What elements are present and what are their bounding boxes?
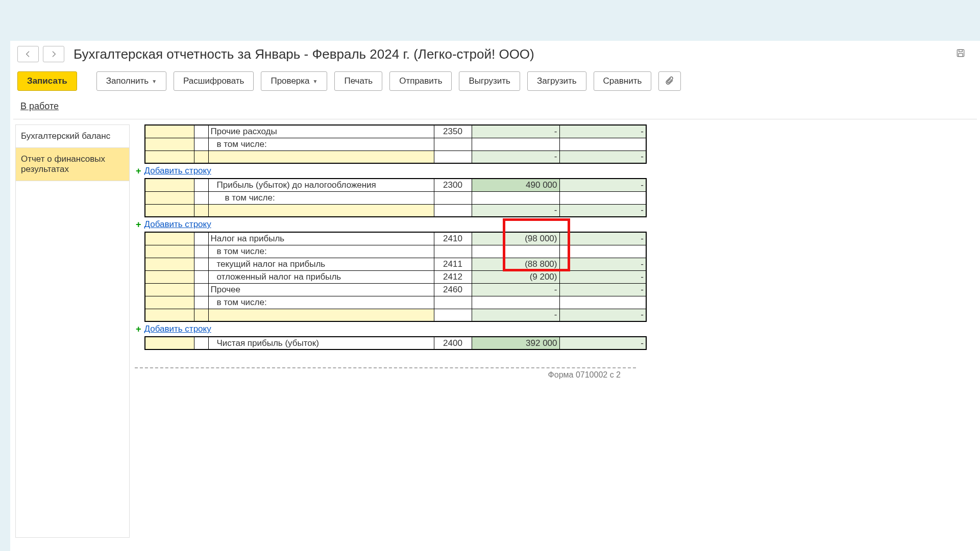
row-label: в том числе: — [208, 245, 434, 258]
table-row: Чистая прибыль (убыток)2400392 000- — [135, 337, 646, 349]
row-label: Налог на прибыль — [208, 232, 434, 245]
footer-form-id: Форма 0710002 с 2 — [135, 368, 636, 380]
sidebar-item-balance[interactable]: Бухгалтерский баланс — [16, 125, 129, 148]
row-code: 2410 — [434, 232, 472, 245]
row-label: в том числе: — [208, 296, 434, 309]
title-bar: Бухгалтерская отчетность за Январь - Фев… — [10, 41, 980, 66]
table-row: текущий налог на прибыль2411(88 800)- — [135, 258, 646, 270]
cell-value[interactable] — [559, 245, 646, 258]
table-row: в том числе: — [135, 191, 646, 204]
cell-value[interactable]: - — [559, 125, 646, 138]
cell-value[interactable]: (9 200) — [472, 270, 559, 283]
cell-value[interactable]: (98 000) — [472, 232, 559, 245]
row-label: в том числе: — [208, 138, 434, 151]
cell-value[interactable]: - — [559, 283, 646, 296]
cell-value[interactable]: - — [559, 204, 646, 217]
row-label: отложенный налог на прибыль — [208, 270, 434, 283]
nav-back-button[interactable] — [17, 46, 39, 62]
row-label: Прибыль (убыток) до налогообложения — [208, 179, 434, 191]
cell-value[interactable]: - — [559, 270, 646, 283]
save-button[interactable]: Записать — [17, 71, 77, 91]
cell-value[interactable]: - — [472, 151, 559, 163]
cell-value[interactable]: - — [559, 232, 646, 245]
cell-value[interactable]: - — [472, 204, 559, 217]
row-label: Прочие расходы — [208, 125, 434, 138]
row-code — [434, 138, 472, 151]
row-code: 2412 — [434, 270, 472, 283]
table-row: -- — [135, 151, 646, 163]
status-bar: В работе — [13, 98, 977, 119]
sidebar-item-finresults[interactable]: Отчет о финансовых результатах — [16, 148, 129, 181]
fill-button[interactable]: Заполнить▼ — [96, 71, 166, 91]
cell-value[interactable]: - — [559, 179, 646, 191]
table-row: Налог на прибыль2410(98 000)- — [135, 232, 646, 245]
cell-value[interactable] — [559, 191, 646, 204]
sidebar: Бухгалтерский баланс Отчет о финансовых … — [15, 124, 130, 538]
svg-rect-1 — [959, 49, 963, 52]
page-title: Бухгалтерская отчетность за Январь - Фев… — [74, 46, 534, 62]
row-label[interactable] — [208, 204, 434, 217]
save-icon[interactable] — [955, 48, 966, 61]
cell-value[interactable]: - — [472, 309, 559, 321]
import-button[interactable]: Загрузить — [527, 71, 586, 91]
table-row: в том числе: — [135, 138, 646, 151]
toolbar: Записать Заполнить▼ Расшифровать Проверк… — [10, 66, 980, 98]
cell-value[interactable]: - — [559, 258, 646, 270]
plus-icon: + — [136, 325, 141, 333]
cell-value[interactable] — [472, 296, 559, 309]
status-link[interactable]: В работе — [20, 101, 59, 111]
table-row: Прибыль (убыток) до налогообложения23004… — [135, 179, 646, 191]
row-code: 2300 — [434, 179, 472, 191]
plus-icon: + — [136, 167, 141, 174]
table-row: отложенный налог на прибыль2412(9 200)- — [135, 270, 646, 283]
print-button[interactable]: Печать — [334, 71, 382, 91]
cell-value[interactable]: - — [472, 125, 559, 138]
row-code — [434, 191, 472, 204]
check-button[interactable]: Проверка▼ — [261, 71, 327, 91]
decode-button[interactable]: Расшифровать — [174, 71, 254, 91]
table-block: Налог на прибыль2410(98 000)-в том числе… — [135, 232, 647, 322]
table-row: в том числе: — [135, 296, 646, 309]
report-grid: Прочие расходы2350--в том числе:--+Добав… — [135, 119, 980, 543]
cell-value[interactable] — [559, 138, 646, 151]
plus-icon: + — [136, 221, 141, 228]
cell-value[interactable] — [559, 296, 646, 309]
cell-value[interactable]: - — [559, 337, 646, 349]
cell-value[interactable] — [472, 138, 559, 151]
table-block: Прибыль (убыток) до налогообложения23004… — [135, 178, 647, 217]
cell-value[interactable]: 392 000 — [472, 337, 559, 349]
table-row: в том числе: — [135, 245, 646, 258]
row-code — [434, 296, 472, 309]
svg-rect-2 — [959, 53, 963, 56]
row-code: 2411 — [434, 258, 472, 270]
add-row-link[interactable]: +Добавить строку — [135, 322, 980, 336]
chevron-down-icon: ▼ — [152, 79, 157, 84]
row-label: Чистая прибыль (убыток) — [208, 337, 434, 349]
export-button[interactable]: Выгрузить — [459, 71, 520, 91]
row-label[interactable] — [208, 309, 434, 321]
add-row-link[interactable]: +Добавить строку — [135, 164, 980, 178]
row-label: в том числе: — [208, 191, 434, 204]
table-row: -- — [135, 309, 646, 321]
row-code: 2400 — [434, 337, 472, 349]
cell-value[interactable]: - — [559, 151, 646, 163]
row-label[interactable] — [208, 151, 434, 163]
cell-value[interactable]: 490 000 — [472, 179, 559, 191]
row-label: текущий налог на прибыль — [208, 258, 434, 270]
cell-value[interactable] — [472, 191, 559, 204]
table-row: Прочее2460-- — [135, 283, 646, 296]
cell-value[interactable]: - — [559, 309, 646, 321]
add-row-link[interactable]: +Добавить строку — [135, 217, 980, 232]
cell-value[interactable] — [472, 245, 559, 258]
send-button[interactable]: Отправить — [389, 71, 452, 91]
cell-value[interactable]: - — [472, 283, 559, 296]
table-block: Чистая прибыль (убыток)2400392 000- — [135, 336, 647, 350]
table-row: -- — [135, 204, 646, 217]
compare-button[interactable]: Сравнить — [594, 71, 652, 91]
row-code: 2460 — [434, 283, 472, 296]
nav-forward-button[interactable] — [43, 46, 64, 62]
row-label: Прочее — [208, 283, 434, 296]
attach-button[interactable] — [658, 71, 681, 91]
table-block: Прочие расходы2350--в том числе:-- — [135, 124, 647, 164]
cell-value[interactable]: (88 800) — [472, 258, 559, 270]
